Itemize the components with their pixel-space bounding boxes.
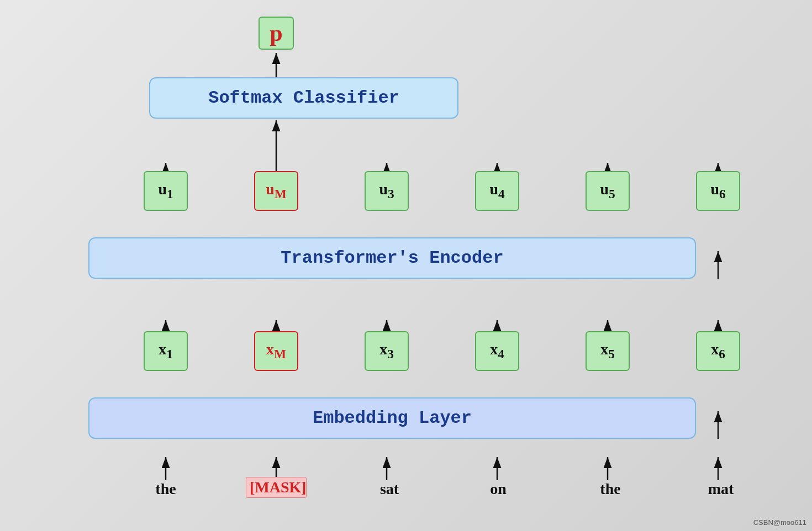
embedding-layer: Embedding Layer [88,397,696,439]
transformer-label: Transformer's Encoder [281,248,503,268]
watermark: CSBN@moo611 [753,518,806,527]
embedding-label: Embedding Layer [313,408,472,428]
output-p-label: p [270,20,282,46]
x1-node: x1 [144,331,188,371]
output-p-box: p [259,17,294,50]
word-the-2: the [588,480,632,498]
x5-node: x5 [586,331,630,371]
u3-label: u3 [379,180,394,201]
word-on: on [482,480,515,498]
diagram-container: p Softmax Classifier u1 uM u3 u4 u5 u6 T… [0,0,812,531]
word-sat: sat [367,480,412,498]
x5-label: x5 [600,341,615,362]
x3-node: x3 [365,331,409,371]
softmax-layer: Softmax Classifier [149,77,458,119]
x6-label: x6 [711,341,725,362]
x1-label: x1 [159,341,173,362]
x4-node: x4 [475,331,519,371]
x4-label: x4 [490,341,504,362]
xM-node: xM [254,331,298,371]
u5-node: u5 [586,171,630,211]
xM-label: xM [266,341,286,362]
uM-label: uM [266,180,287,201]
u5-label: u5 [600,180,615,201]
u4-node: u4 [475,171,519,211]
softmax-label: Softmax Classifier [208,88,399,108]
x3-label: x3 [379,341,394,362]
u3-node: u3 [365,171,409,211]
word-the-1: the [144,480,188,498]
u6-node: u6 [696,171,740,211]
word-mask: [MASK] [246,477,307,498]
word-mat: mat [699,480,743,498]
u1-label: u1 [158,180,173,201]
uM-node: uM [254,171,298,211]
u4-label: u4 [489,180,504,201]
x6-node: x6 [696,331,740,371]
transformer-layer: Transformer's Encoder [88,237,696,279]
u1-node: u1 [144,171,188,211]
u6-label: u6 [710,180,725,201]
